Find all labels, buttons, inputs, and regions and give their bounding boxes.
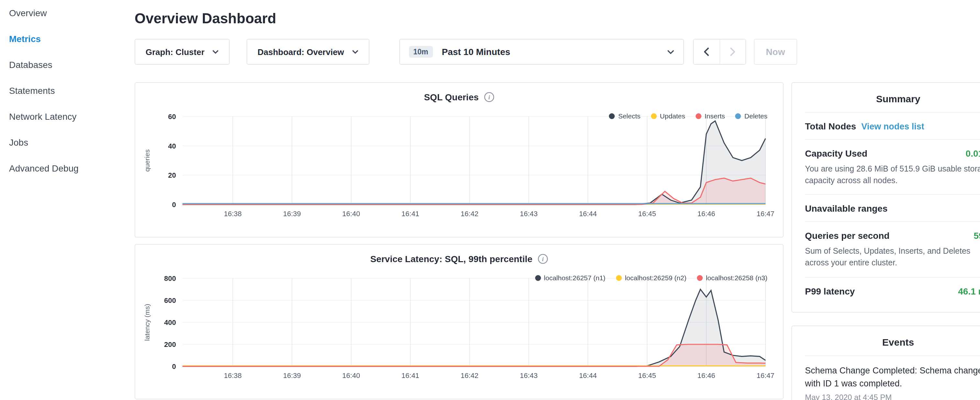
legend-dot-inserts [695, 113, 702, 119]
svg-text:16:41: 16:41 [401, 210, 419, 218]
legend-label: Inserts [705, 112, 725, 120]
svg-text:600: 600 [164, 296, 176, 304]
svg-text:i: i [542, 256, 544, 263]
legend-item[interactable]: localhost:26259 (n2) [616, 274, 686, 282]
svg-text:16:46: 16:46 [698, 371, 715, 379]
svg-text:16:38: 16:38 [224, 210, 242, 218]
svg-text:16:43: 16:43 [520, 371, 538, 379]
graph-dropdown[interactable]: Graph: Cluster [135, 39, 230, 65]
summary-panel: Summary Total Nodes View nodes list 3 Ca… [791, 82, 980, 312]
summary-row-total-nodes: Total Nodes View nodes list 3 [805, 112, 980, 139]
sidebar-item-jobs[interactable]: Jobs [9, 129, 123, 155]
svg-text:0: 0 [172, 362, 176, 371]
svg-text:latency (ms): latency (ms) [143, 304, 151, 341]
legend-item[interactable]: localhost:26257 (n1) [535, 274, 605, 282]
right-column: Summary Total Nodes View nodes list 3 Ca… [791, 82, 980, 400]
legend-item[interactable]: Updates [651, 112, 685, 120]
time-range-badge: 10m [409, 46, 433, 57]
legend-label: localhost:26259 (n2) [625, 274, 686, 282]
events-panel: Events Schema Change Completed: Schema c… [791, 325, 980, 400]
sidebar-item-overview[interactable]: Overview [9, 0, 123, 26]
summary-label: Capacity Used [805, 148, 867, 159]
legend-label: Deletes [745, 112, 767, 120]
page-title: Overview Dashboard [135, 10, 980, 27]
svg-text:16:45: 16:45 [638, 371, 656, 379]
sql-queries-legend: Selects Updates Inserts Deletes [609, 112, 767, 120]
time-range-controls: 10m Past 10 Minutes [399, 39, 797, 65]
svg-text:16:39: 16:39 [283, 371, 301, 379]
legend-item[interactable]: Inserts [695, 112, 725, 120]
sidebar-item-metrics[interactable]: Metrics [9, 26, 123, 52]
svg-text:16:47: 16:47 [756, 371, 774, 379]
svg-text:40: 40 [168, 142, 176, 150]
svg-text:16:38: 16:38 [224, 371, 242, 379]
time-range-dropdown[interactable]: 10m Past 10 Minutes [399, 39, 684, 65]
sql-queries-chart[interactable]: 16:3816:3916:4016:4116:4216:4316:4416:45… [141, 107, 777, 228]
summary-value: 0.01% [966, 148, 980, 159]
legend-item[interactable]: localhost:26258 (n3) [697, 274, 767, 282]
summary-description: Sum of Selects, Updates, Inserts, and De… [805, 245, 980, 269]
svg-text:16:44: 16:44 [579, 371, 597, 379]
legend-dot-n2 [616, 275, 622, 280]
service-latency-chart-card: Service Latency: SQL, 99th percentile i … [135, 244, 784, 399]
time-step-buttons [693, 39, 746, 65]
svg-text:16:43: 16:43 [520, 210, 538, 218]
legend-dot-updates [651, 113, 657, 119]
time-back-button[interactable] [694, 40, 719, 64]
svg-text:i: i [488, 94, 490, 100]
sidebar-item-databases[interactable]: Databases [9, 52, 123, 78]
service-latency-legend: localhost:26257 (n1) localhost:26259 (n2… [535, 274, 767, 282]
sidebar-item-advanced-debug[interactable]: Advanced Debug [9, 155, 123, 181]
summary-row-p99-latency: P99 latency 46.1 ms [805, 277, 980, 304]
sidebar-item-network-latency[interactable]: Network Latency [9, 104, 123, 129]
svg-text:60: 60 [168, 113, 176, 121]
summary-description: You are using 28.6 MiB of 515.9 GiB usab… [805, 163, 980, 187]
svg-text:16:44: 16:44 [579, 210, 597, 218]
svg-text:16:46: 16:46 [698, 210, 715, 218]
legend-dot-n1 [535, 275, 541, 280]
summary-label: Total Nodes [805, 121, 856, 131]
svg-text:16:42: 16:42 [461, 210, 479, 218]
legend-dot-deletes [735, 113, 741, 119]
legend-label: Selects [618, 112, 641, 120]
svg-text:16:39: 16:39 [283, 210, 301, 218]
dashboard-dropdown[interactable]: Dashboard: Overview [247, 39, 369, 65]
info-icon[interactable]: i [538, 254, 548, 264]
summary-value: 46.1 ms [958, 286, 980, 296]
legend-item[interactable]: Selects [609, 112, 641, 120]
chart-title-sql-queries: SQL Queries [424, 92, 479, 102]
sidebar-item-statements[interactable]: Statements [9, 78, 123, 104]
chevron-down-icon [667, 49, 674, 54]
time-range-label: Past 10 Minutes [442, 46, 658, 57]
chevron-left-icon [704, 47, 709, 56]
summary-label: Queries per second [805, 231, 889, 241]
graph-dropdown-label: Graph: Cluster [146, 47, 204, 57]
info-icon[interactable]: i [484, 92, 494, 102]
summary-row-queries-per-second: Queries per second 59.7 Sum of Selects, … [805, 222, 980, 277]
legend-label: localhost:26258 (n3) [706, 274, 767, 282]
svg-text:16:40: 16:40 [342, 210, 360, 218]
svg-text:200: 200 [164, 341, 176, 349]
chart-title-service-latency: Service Latency: SQL, 99th percentile [370, 254, 532, 264]
chevron-down-icon [352, 50, 358, 54]
legend-item[interactable]: Deletes [735, 112, 767, 120]
svg-text:16:40: 16:40 [342, 371, 360, 379]
sql-queries-chart-card: SQL Queries i Selects Updates Inserts De… [135, 82, 784, 237]
view-nodes-list-link[interactable]: View nodes list [861, 122, 924, 131]
now-button[interactable]: Now [754, 39, 797, 65]
chevron-down-icon [212, 50, 219, 54]
summary-title: Summary [805, 83, 980, 112]
svg-text:16:47: 16:47 [756, 210, 774, 218]
toolbar: Graph: Cluster Dashboard: Overview 10m P… [135, 39, 980, 65]
summary-value: 59.7 [974, 231, 980, 241]
service-latency-chart[interactable]: 16:3816:3916:4016:4116:4216:4316:4416:45… [141, 269, 777, 390]
event-item[interactable]: Schema Change Completed: Schema change w… [805, 355, 980, 400]
time-forward-button[interactable] [719, 40, 745, 64]
legend-label: Updates [660, 112, 685, 120]
summary-row-capacity-used: Capacity Used 0.01% You are using 28.6 M… [805, 139, 980, 194]
event-timestamp: May 13, 2020 at 4:45 PM [805, 393, 980, 400]
events-title: Events [805, 326, 980, 355]
svg-text:16:45: 16:45 [638, 210, 656, 218]
chevron-right-icon [730, 47, 735, 56]
legend-label: localhost:26257 (n1) [544, 274, 605, 282]
